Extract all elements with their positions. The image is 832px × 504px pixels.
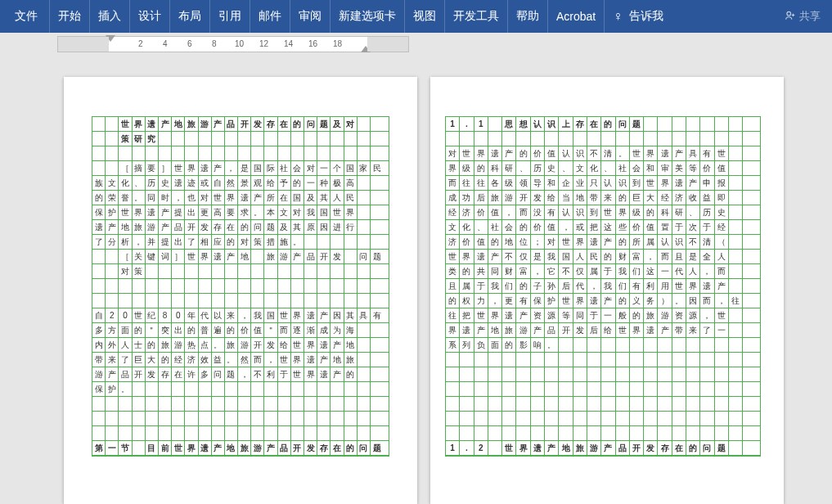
grid-cell <box>460 367 474 382</box>
tab-insert[interactable]: 插入 <box>90 0 130 33</box>
document-area[interactable]: 世界遗产地旅游产品开发存在的问题及对策研究［摘要］世界遗产，是国际社会对一个国家… <box>0 56 832 504</box>
grid-cell: 往 <box>474 176 488 191</box>
grid-cell: 级 <box>630 205 644 220</box>
tab-design[interactable]: 设计 <box>130 0 170 33</box>
grid-row <box>446 353 760 367</box>
tab-acrobat[interactable]: Acrobat <box>548 0 605 33</box>
grid-cell <box>700 382 714 397</box>
grid-cell: ， <box>559 220 573 235</box>
grid-cell <box>516 353 530 367</box>
lightbulb-icon: ♀ <box>613 9 623 24</box>
grid-cell <box>212 146 225 161</box>
grid-cell <box>531 132 545 146</box>
grid-cell: 会 <box>630 161 644 176</box>
grid-cell <box>601 426 615 441</box>
grid-cell <box>587 426 601 441</box>
grid-cell <box>304 382 317 397</box>
grid-cell <box>344 264 358 279</box>
horizontal-ruler[interactable]: 4 2 2 4 6 8 10 12 14 16 18 22 <box>57 36 409 52</box>
ruler-num: 8 <box>212 39 217 48</box>
ribbon: 文件 开始 插入 设计 布局 引用 邮件 审阅 新建选项卡 视图 开发工具 帮助… <box>0 0 832 33</box>
grid-cell: 世 <box>291 338 304 353</box>
grid-cell: 的 <box>291 117 304 132</box>
grid-cell: 、 <box>686 205 700 220</box>
share-button[interactable]: 共享 <box>776 0 829 33</box>
grid-cell: 务 <box>644 294 658 308</box>
grid-row: 界遗产地旅游产品开发后给世界遗产带来了一 <box>446 323 760 338</box>
tab-mailings[interactable]: 邮件 <box>250 0 290 33</box>
grid-cell: 产 <box>264 441 277 456</box>
grid-cell: 而 <box>516 205 530 220</box>
grid-cell <box>358 397 371 412</box>
page-2[interactable]: 1.1 思想认识上存在的问题对世界遗产的价值认识不清。世界遗产具有世界级的科研、… <box>430 77 784 504</box>
grid-cell <box>601 338 615 353</box>
grid-cell: 界 <box>304 338 317 353</box>
grid-cell: 的 <box>644 205 658 220</box>
grid-cell: 给 <box>278 338 291 353</box>
grid-cell: 关 <box>133 250 146 264</box>
grid-cell: 产 <box>212 441 225 456</box>
grid-cell: 识 <box>573 146 587 161</box>
grid-cell: 然 <box>225 176 238 191</box>
tab-layout[interactable]: 布局 <box>170 0 210 33</box>
grid-cell <box>358 426 371 441</box>
tab-references[interactable]: 引用 <box>210 0 250 33</box>
grid-cell <box>616 353 630 367</box>
grid-cell <box>92 132 106 146</box>
grid-cell <box>225 426 238 441</box>
ruler-num: 2 <box>138 39 143 48</box>
grid-cell: 我 <box>304 205 317 220</box>
grid-cell <box>199 264 212 279</box>
grid-cell: 2 <box>106 308 119 323</box>
tab-new[interactable]: 新建选项卡 <box>331 0 405 33</box>
grid-row: ［摘要］世界遗产，是国际社会对一个国家民 <box>92 161 389 176</box>
grid-row: 而往往各级领导和企业只认识到世界遗产申报 <box>446 176 760 191</box>
grid-cell: 提 <box>159 235 172 250</box>
grid-cell: 其 <box>291 220 304 235</box>
grid-cell: 价 <box>531 220 545 235</box>
grid-cell: 世 <box>616 323 630 338</box>
grid-cell <box>238 382 251 397</box>
grid-cell <box>672 132 686 146</box>
grid-cell <box>358 412 371 426</box>
grid-cell: 一 <box>601 308 615 323</box>
grid-cell: 品 <box>545 323 559 338</box>
grid-cell <box>238 146 251 161</box>
grid-row: 多方面的＂突出的普遍的价值＂而逐渐成为海 <box>92 323 389 338</box>
tab-review[interactable]: 审阅 <box>290 0 331 33</box>
grid-cell <box>119 426 132 441</box>
grid-cell <box>729 441 743 456</box>
grid-cell <box>344 426 358 441</box>
grid-cell: 社 <box>616 161 630 176</box>
grid-cell <box>700 412 714 426</box>
grid-cell: 产 <box>516 308 530 323</box>
tab-help[interactable]: 帮助 <box>508 0 548 33</box>
tab-file[interactable]: 文件 <box>3 0 50 33</box>
grid-cell: 研 <box>133 132 146 146</box>
grid-cell: 人 <box>573 250 587 264</box>
grid-cell: 的 <box>92 191 106 205</box>
tab-developer[interactable]: 开发工具 <box>445 0 508 33</box>
grid-cell <box>729 367 743 382</box>
tab-home[interactable]: 开始 <box>50 0 90 33</box>
grid-cell: 发 <box>146 367 159 382</box>
page-1[interactable]: 世界遗产地旅游产品开发存在的问题及对策研究［摘要］世界遗产，是国际社会对一个国家… <box>64 77 417 504</box>
grid-cell: 类 <box>446 264 460 279</box>
grid-cell <box>658 338 672 353</box>
grid-cell: 开 <box>251 338 264 353</box>
grid-cell: 产 <box>686 176 700 191</box>
grid-cell <box>715 426 729 441</box>
grid-cell <box>743 205 757 220</box>
grid-cell: 保 <box>92 205 106 220</box>
grid-cell <box>446 397 460 412</box>
ruler-num: 12 <box>259 39 268 48</box>
grid-cell <box>264 382 277 397</box>
grid-cell: 有 <box>371 308 384 323</box>
grid-cell: 对 <box>545 235 559 250</box>
tell-me[interactable]: ♀ 告诉我 <box>605 0 672 33</box>
grid-cell: 产 <box>601 441 615 456</box>
grid-cell <box>291 146 304 161</box>
grid-cell: 国 <box>559 250 573 264</box>
grid-cell: 纪 <box>146 308 159 323</box>
tab-view[interactable]: 视图 <box>405 0 445 33</box>
